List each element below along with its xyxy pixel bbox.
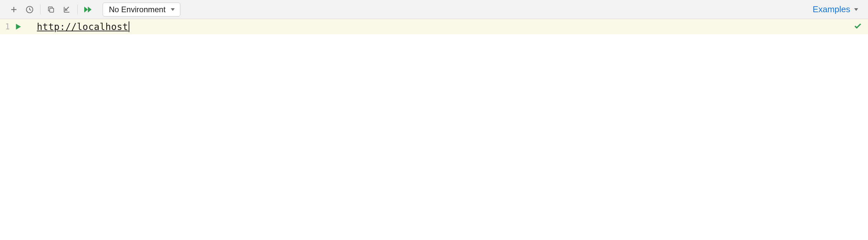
svg-rect-3 bbox=[50, 8, 54, 12]
toolbar-separator bbox=[40, 5, 40, 15]
environment-dropdown[interactable]: No Environment bbox=[103, 3, 180, 17]
svg-marker-9 bbox=[16, 24, 21, 30]
copy-button[interactable] bbox=[43, 3, 59, 17]
toolbar: No Environment Examples bbox=[0, 0, 868, 19]
add-button[interactable] bbox=[6, 3, 22, 17]
svg-marker-6 bbox=[88, 7, 91, 12]
code-content[interactable]: http://localhost bbox=[37, 21, 128, 32]
import-arrow-icon bbox=[63, 6, 71, 14]
svg-marker-8 bbox=[854, 8, 858, 11]
copy-icon bbox=[47, 6, 55, 14]
line-number: 1 bbox=[0, 22, 12, 31]
svg-marker-7 bbox=[171, 8, 175, 11]
toolbar-separator bbox=[77, 5, 78, 15]
run-all-button[interactable] bbox=[80, 3, 96, 17]
play-icon bbox=[16, 23, 21, 30]
environment-label: No Environment bbox=[109, 5, 165, 14]
checkmark-icon bbox=[854, 22, 862, 30]
text-cursor bbox=[129, 21, 129, 32]
gutter-run-button[interactable] bbox=[12, 23, 25, 30]
examples-label: Examples bbox=[813, 4, 850, 15]
svg-marker-5 bbox=[84, 7, 88, 12]
plus-icon bbox=[10, 6, 18, 14]
status-indicator bbox=[854, 22, 862, 32]
clock-icon bbox=[25, 5, 34, 14]
import-button[interactable] bbox=[59, 3, 75, 17]
chevron-down-icon bbox=[854, 7, 859, 11]
editor-area: 1 http://localhost bbox=[0, 19, 868, 34]
editor-line[interactable]: 1 http://localhost bbox=[0, 19, 868, 34]
double-play-icon bbox=[84, 5, 93, 14]
chevron-down-icon bbox=[170, 7, 175, 11]
toolbar-left-group: No Environment bbox=[6, 3, 180, 17]
history-button[interactable] bbox=[22, 3, 37, 17]
examples-dropdown[interactable]: Examples bbox=[813, 4, 862, 15]
